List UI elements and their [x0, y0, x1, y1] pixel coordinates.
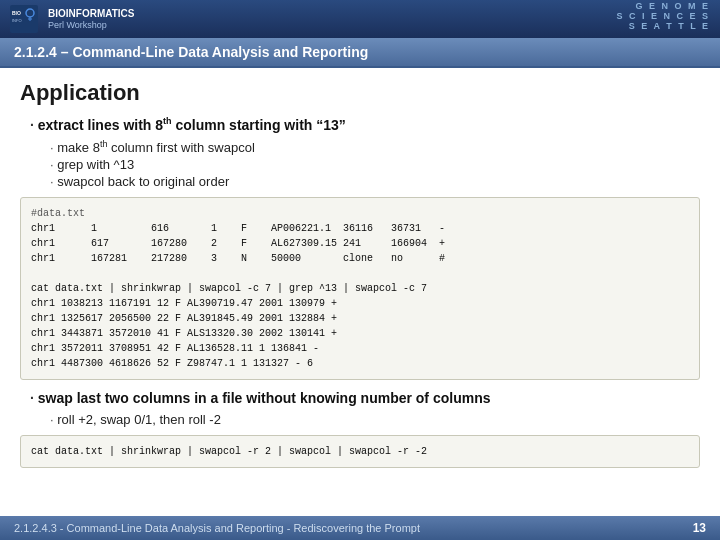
- footer: 2.1.2.4.3 - Command-Line Data Analysis a…: [0, 516, 720, 540]
- bullet1-sub1: make 8th column first with swapcol: [50, 139, 700, 155]
- bullet2-sub1: roll +2, swap 0/1, then roll -2: [50, 412, 700, 427]
- code-box-2: cat data.txt | shrinkwrap | swapcol -r 2…: [20, 435, 700, 468]
- content-area: Application extract lines with 8th colum…: [0, 68, 720, 486]
- header-logo-text: BIOINFORMATICS: [48, 8, 134, 20]
- svg-text:BIO: BIO: [12, 10, 21, 16]
- bullet1-sub3: swapcol back to original order: [50, 174, 700, 189]
- bioinformatics-logo-icon: BIO INFO: [10, 5, 38, 33]
- bullet1-main: extract lines with 8th column starting w…: [30, 116, 700, 133]
- genome-sciences-logo: G E N O M E S C I E N C E S S E A T T L …: [616, 2, 710, 32]
- footer-page-number: 13: [693, 521, 706, 535]
- header-logo: BIO INFO BIOINFORMATICS Perl Workshop: [10, 5, 134, 33]
- title-bar-text: 2.1.2.4 – Command-Line Data Analysis and…: [14, 44, 368, 60]
- code-box-1: #data.txt chr1 1 616 1 F AP006221.1 3611…: [20, 197, 700, 380]
- footer-text: 2.1.2.4.3 - Command-Line Data Analysis a…: [14, 522, 420, 534]
- title-bar: 2.1.2.4 – Command-Line Data Analysis and…: [0, 38, 720, 68]
- bullet2-main: swap last two columns in a file without …: [30, 390, 700, 406]
- svg-text:INFO: INFO: [12, 18, 22, 23]
- header-logo-subtext: Perl Workshop: [48, 20, 134, 30]
- header: BIO INFO BIOINFORMATICS Perl Workshop G …: [0, 0, 720, 38]
- bullet1-sub2: grep with ^13: [50, 157, 700, 172]
- application-title: Application: [20, 80, 700, 106]
